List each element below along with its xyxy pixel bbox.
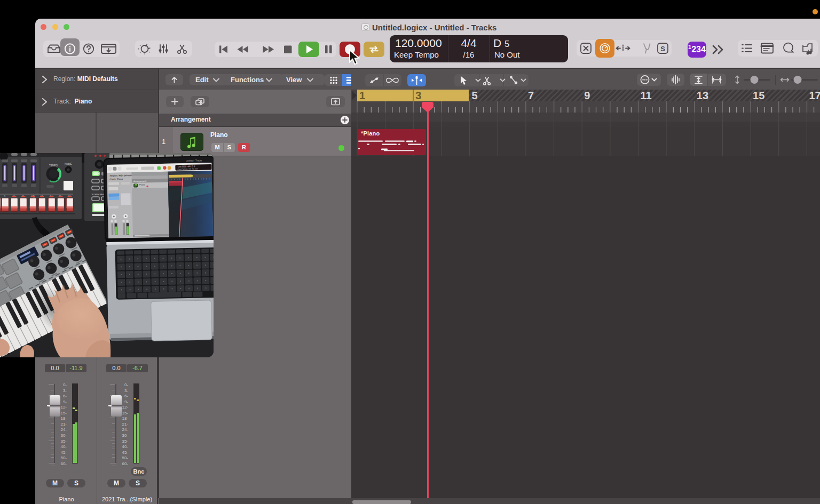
svg-text:3: 3	[415, 90, 421, 101]
svg-text:11: 11	[641, 90, 652, 101]
svg-text:15: 15	[753, 90, 764, 101]
svg-text:› Region: MIDI Defaults: › Region: MIDI Defaults	[109, 174, 133, 177]
svg-text:9: 9	[584, 90, 590, 101]
svg-text:Piano: Piano	[139, 183, 145, 186]
svg-text:1: 1	[359, 90, 365, 101]
svg-text:5: 5	[472, 90, 478, 101]
svg-text:13: 13	[697, 90, 708, 101]
svg-text:17: 17	[809, 90, 820, 101]
svg-text:Untitled - Tracks: Untitled - Tracks	[186, 159, 202, 162]
svg-text:› Track: Piano: › Track: Piano	[109, 178, 123, 181]
svg-text:NudgE: NudgE	[65, 163, 72, 165]
svg-text:S: S	[660, 45, 665, 53]
svg-text:Arrangement: Arrangement	[133, 180, 147, 183]
svg-text:Keep Tempo /16 No Out: Keep Tempo /16 No Out	[177, 167, 198, 170]
svg-text:TEMPO: TEMPO	[49, 164, 58, 167]
svg-text:7: 7	[528, 90, 534, 101]
